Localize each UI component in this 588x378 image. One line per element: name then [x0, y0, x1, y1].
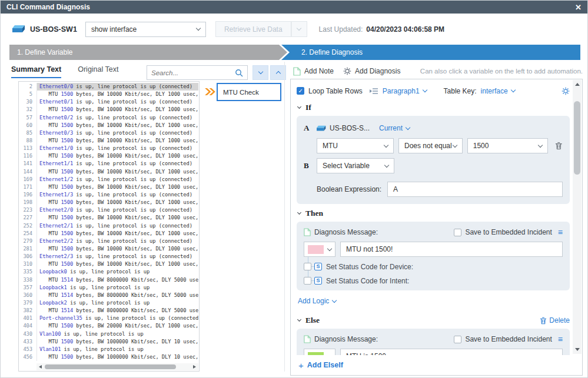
code-line[interactable]: 223Ethernet2/0 is up, line protocol is u… [19, 206, 198, 214]
else-message-input[interactable]: MTU is 1500 [340, 349, 563, 355]
code-line[interactable]: 279Ethernet2/2 is up, line protocol is u… [19, 237, 198, 245]
code-line[interactable]: 171 MTU 1500 bytes, BW 10000 Kbit/sec, D… [19, 183, 198, 191]
code-line[interactable]: 169Ethernet1/2 is up, line protocol is u… [19, 176, 198, 183]
code-line[interactable]: 357Loopback1 is up, line protocol is up [19, 284, 198, 292]
save-to-embedded-incident-checkbox[interactable] [454, 229, 461, 236]
line-text: MTU 1514 bytes, BW 8000000 Kbit/sec, DLY… [36, 307, 198, 315]
find-next-button[interactable] [253, 65, 268, 80]
command-select[interactable]: show interface [85, 22, 206, 37]
code-line[interactable]: 430Vlan100 is up, line protocol is up [19, 330, 198, 338]
code-line[interactable]: 401Port-channel35 is up, line protocol i… [19, 315, 198, 322]
code-line[interactable]: 453Vlan101 is up, line protocol is up [19, 346, 198, 353]
then-message-input[interactable]: MTU not 1500! [340, 242, 563, 257]
line-number: 85 [19, 129, 36, 137]
operator-select-value: Does not equal [404, 142, 452, 150]
then-section-header[interactable]: Then [298, 209, 570, 218]
panel-divider [284, 62, 285, 372]
scroll-left-icon[interactable] [39, 365, 42, 369]
code-line[interactable]: 141Ethernet1/1 is up, line protocol is u… [19, 160, 198, 168]
code-line[interactable]: 227 MTU 1500 bytes, BW 10000 Kbit/sec, D… [19, 214, 198, 222]
tab-original-text[interactable]: Original Text [78, 65, 118, 78]
line-text: Ethernet2/3 is up, line protocol is up (… [36, 253, 198, 260]
code-line[interactable]: 32 MTU 1500 bytes, BW 10000 Kbit/sec, DL… [19, 106, 198, 113]
code-line[interactable]: 379Loopback2 is up, line protocol is up [19, 299, 198, 307]
code-line[interactable]: 113Ethernet1/0 is up, line protocol is u… [19, 145, 198, 152]
line-number: 379 [19, 299, 36, 307]
last-updated-label: Last Updated: [319, 25, 363, 34]
add-logic-label: Add Logic [298, 297, 329, 305]
code-line[interactable]: 196Ethernet1/3 is up, line protocol is u… [19, 191, 198, 199]
paragraph-select[interactable]: Paragraph1 [383, 87, 427, 95]
else-section-header[interactable]: Else Delete [298, 316, 570, 325]
line-number: 433 [19, 338, 36, 346]
code-line[interactable]: 2Ethernet0/0 is up, line protocol is up … [19, 83, 198, 91]
step-define-variable[interactable]: 1. Define Variable [9, 45, 287, 60]
code-line[interactable]: 57Ethernet0/2 is up, line protocol is up… [19, 114, 198, 122]
line-number: 279 [19, 237, 36, 245]
vertical-scrollbar[interactable] [573, 80, 582, 354]
tab-summary-text[interactable]: Summary Text [11, 65, 61, 78]
code-line[interactable]: 60 MTU 1500 bytes, BW 10000 Kbit/sec, DL… [19, 122, 198, 129]
status-intent-checkbox[interactable] [304, 277, 311, 285]
loop-table-rows-row: Loop Table Rows Paragraph1 Table Key: in… [297, 83, 570, 98]
horizontal-scrollbar[interactable] [36, 363, 198, 370]
close-icon[interactable]: ✕ [575, 4, 582, 11]
code-line[interactable]: 404 MTU 1500 bytes, BW 20000 Kbit/sec, D… [19, 322, 198, 330]
retrieve-live-data-button[interactable]: Retrieve Live Data [215, 21, 291, 37]
message-menu-icon[interactable]: ≡ [558, 228, 563, 236]
scrollbar-thumb[interactable] [574, 101, 580, 175]
if-section-header[interactable]: If [298, 103, 570, 112]
code-line[interactable]: 338 MTU 1514 bytes, BW 8000000 Kbit/sec,… [19, 276, 198, 284]
collapse-chevron-icon [297, 210, 301, 215]
table-key-select[interactable]: interface [481, 87, 515, 95]
variable-select-value: MTU [323, 142, 338, 150]
code-line[interactable]: 252Ethernet2/1 is up, line protocol is u… [19, 222, 198, 230]
find-previous-button[interactable] [270, 65, 286, 80]
loop-table-rows-checkbox[interactable] [297, 87, 304, 95]
retrieve-options-button[interactable] [291, 21, 307, 37]
code-line[interactable]: 281 MTU 1500 bytes, BW 10000 Kbit/sec, D… [19, 245, 198, 253]
data-scope-select[interactable]: Current [379, 124, 410, 132]
variable-select[interactable]: MTU [317, 138, 394, 153]
code-line[interactable]: 5 MTU 1500 bytes, BW 10000 Kbit/sec, DLY… [19, 91, 198, 98]
message-menu-icon[interactable]: ≡ [558, 335, 563, 343]
step-define-diagnosis[interactable]: 2. Define Diagnosis [281, 45, 580, 60]
code-line[interactable]: 88 MTU 1500 bytes, BW 10000 Kbit/sec, DL… [19, 137, 198, 145]
search-input[interactable] [151, 69, 235, 76]
message-color-select[interactable] [304, 242, 335, 257]
boolean-expression-input[interactable]: A [387, 182, 563, 197]
status-device-checkbox[interactable] [304, 263, 311, 270]
delete-else-button[interactable]: Delete [540, 316, 570, 325]
then-card: Diagnosis Message: Save to Embedded Inci… [297, 222, 570, 290]
value-select[interactable]: 1500 [467, 138, 549, 153]
code-line[interactable]: 382 MTU 1514 bytes, BW 8000000 Kbit/sec,… [19, 307, 198, 315]
trash-icon[interactable] [555, 142, 563, 150]
add-diagnosis-button[interactable]: Add Diagnosis [355, 67, 400, 75]
code-line[interactable]: 198 MTU 1500 bytes, BW 10000 Kbit/sec, D… [19, 199, 198, 206]
message-color-select[interactable] [304, 349, 335, 355]
code-line[interactable]: 144 MTU 1500 bytes, BW 10000 Kbit/sec, D… [19, 168, 198, 176]
diagnosis-note-box[interactable]: MTU Check [217, 83, 281, 101]
code-line[interactable]: 306Ethernet2/3 is up, line protocol is u… [19, 253, 198, 260]
scroll-up-icon[interactable] [575, 83, 580, 86]
code-line[interactable]: 335Loopback0 is up, line protocol is up [19, 268, 198, 276]
operator-select[interactable]: Does not equal [398, 138, 463, 153]
save-to-embedded-incident-checkbox[interactable] [454, 336, 461, 343]
code-line[interactable]: 310 MTU 1500 bytes, BW 10000 Kbit/sec, D… [19, 260, 198, 268]
settings-gear-icon[interactable] [562, 87, 570, 95]
scrollbar-thumb[interactable] [45, 364, 176, 369]
code-line[interactable]: 360 MTU 1514 bytes, BW 8000000 Kbit/sec,… [19, 292, 198, 299]
select-variable-dropdown[interactable]: Select Variable [317, 158, 394, 173]
code-line[interactable]: 433 MTU 1500 bytes, BW 1000000 Kbit/sec,… [19, 338, 198, 346]
add-elseif-button[interactable]: + Add ElseIf [291, 355, 582, 375]
scroll-down-icon[interactable] [575, 348, 580, 351]
code-line[interactable]: 254 MTU 1500 bytes, BW 10000 Kbit/sec, D… [19, 230, 198, 237]
scroll-right-icon[interactable] [193, 365, 196, 369]
code-line[interactable]: 456 MTU 1500 bytes, BW 1000000 Kbit/sec,… [19, 353, 198, 361]
add-note-button[interactable]: Add Note [304, 67, 334, 75]
code-line[interactable]: 116 MTU 1500 bytes, BW 10000 Kbit/sec, D… [19, 152, 198, 160]
code-line[interactable]: 85Ethernet0/3 is up, line protocol is up… [19, 129, 198, 137]
search-icon[interactable] [235, 69, 243, 77]
code-line[interactable]: 30Ethernet0/1 is up, line protocol is up… [19, 98, 198, 106]
add-logic-link[interactable]: Add Logic [298, 297, 336, 305]
